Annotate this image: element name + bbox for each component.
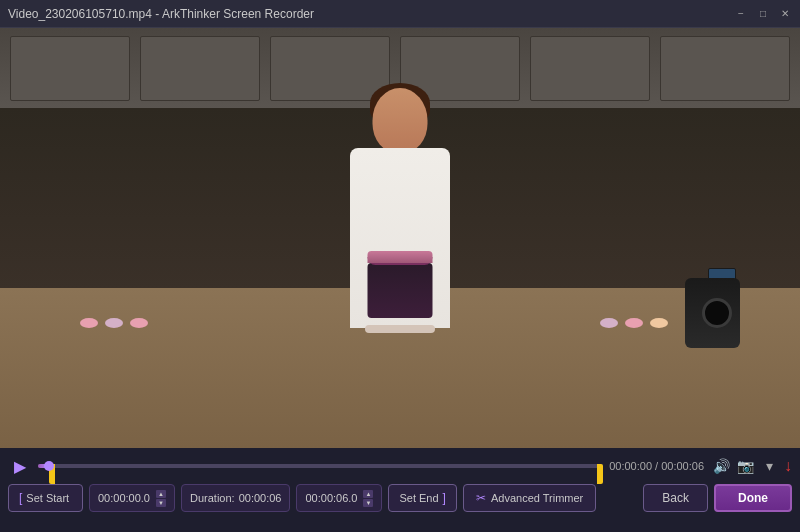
- minimize-button[interactable]: −: [734, 7, 748, 21]
- progress-thumb[interactable]: [44, 461, 54, 471]
- macaron: [105, 318, 123, 328]
- start-time-down[interactable]: ▼: [156, 499, 166, 507]
- scissors-icon: ✂: [476, 491, 486, 505]
- cabinet-door: [140, 36, 260, 101]
- title-bar: Video_230206105710.mp4 - ArkThinker Scre…: [0, 0, 800, 28]
- more-button[interactable]: ▾: [758, 455, 780, 477]
- end-time-up[interactable]: ▲: [363, 490, 373, 498]
- cake-body: [368, 263, 433, 318]
- chevron-down-icon: ▾: [766, 458, 773, 474]
- video-frame: [0, 28, 800, 448]
- camera-icon: 📷: [737, 458, 754, 474]
- title-text: Video_230206105710.mp4 - ArkThinker Scre…: [8, 7, 314, 21]
- start-time-display: 00:00:00.0 ▲ ▼: [89, 484, 175, 512]
- bracket-left-icon: [: [19, 491, 22, 505]
- back-button[interactable]: Back: [643, 484, 708, 512]
- macaron: [650, 318, 668, 328]
- end-time-down[interactable]: ▼: [363, 499, 373, 507]
- macaron: [80, 318, 98, 328]
- play-icon: ▶: [14, 457, 26, 476]
- end-time-display: 00:00:06.0 ▲ ▼: [296, 484, 382, 512]
- red-arrow-indicator: ↓: [784, 457, 792, 475]
- maximize-button[interactable]: □: [756, 7, 770, 21]
- action-row: [ Set Start 00:00:00.0 ▲ ▼ Duration: 00:…: [8, 484, 792, 512]
- cake-top: [368, 251, 433, 263]
- volume-button[interactable]: 🔊: [710, 455, 732, 477]
- set-end-label: Set End: [399, 492, 438, 504]
- duration-value: 00:00:06: [239, 492, 282, 504]
- set-start-button[interactable]: [ Set Start: [8, 484, 83, 512]
- progress-track[interactable]: [38, 464, 603, 468]
- trim-right-handle[interactable]: [597, 464, 603, 484]
- window-controls: − □ ✕: [734, 7, 792, 21]
- volume-icon: 🔊: [713, 458, 730, 474]
- cabinet-door: [530, 36, 650, 101]
- play-button[interactable]: ▶: [8, 454, 32, 478]
- end-time-spinbox[interactable]: ▲ ▼: [363, 490, 373, 507]
- advanced-trimmer-button[interactable]: ✂ Advanced Trimmer: [463, 484, 596, 512]
- right-controls: 🔊 📷 ▾ ↓: [710, 455, 792, 477]
- start-time-value: 00:00:00.0: [98, 492, 150, 504]
- start-time-spinbox[interactable]: ▲ ▼: [156, 490, 166, 507]
- camera-body: [685, 278, 740, 348]
- back-label: Back: [662, 491, 689, 505]
- end-time-value: 00:00:06.0: [305, 492, 357, 504]
- controls-bar: ▶ 00:00:00 / 00:00:06 🔊 📷 ▾ ↓: [0, 448, 800, 516]
- progress-container[interactable]: [38, 456, 603, 476]
- time-display: 00:00:00 / 00:00:06: [609, 460, 704, 472]
- macaron: [130, 318, 148, 328]
- screenshot-button[interactable]: 📷: [734, 455, 756, 477]
- camera: [670, 268, 740, 348]
- camera-lens: [702, 298, 732, 328]
- done-label: Done: [738, 491, 768, 505]
- timeline-row: ▶ 00:00:00 / 00:00:06 🔊 📷 ▾ ↓: [8, 454, 792, 478]
- set-start-label: Set Start: [26, 492, 69, 504]
- cabinet-door: [10, 36, 130, 101]
- done-button[interactable]: Done: [714, 484, 792, 512]
- set-end-button[interactable]: Set End ]: [388, 484, 456, 512]
- close-button[interactable]: ✕: [778, 7, 792, 21]
- person-head: [373, 88, 428, 153]
- duration-display: Duration: 00:00:06: [181, 484, 290, 512]
- bracket-right-icon: ]: [443, 491, 446, 505]
- cabinet-door: [660, 36, 790, 101]
- cake-stand: [360, 253, 440, 333]
- start-time-up[interactable]: ▲: [156, 490, 166, 498]
- macaron: [625, 318, 643, 328]
- duration-label: Duration:: [190, 492, 235, 504]
- advanced-trimmer-label: Advanced Trimmer: [491, 492, 583, 504]
- macaron: [600, 318, 618, 328]
- video-area: [0, 28, 800, 448]
- stand-base: [365, 325, 435, 333]
